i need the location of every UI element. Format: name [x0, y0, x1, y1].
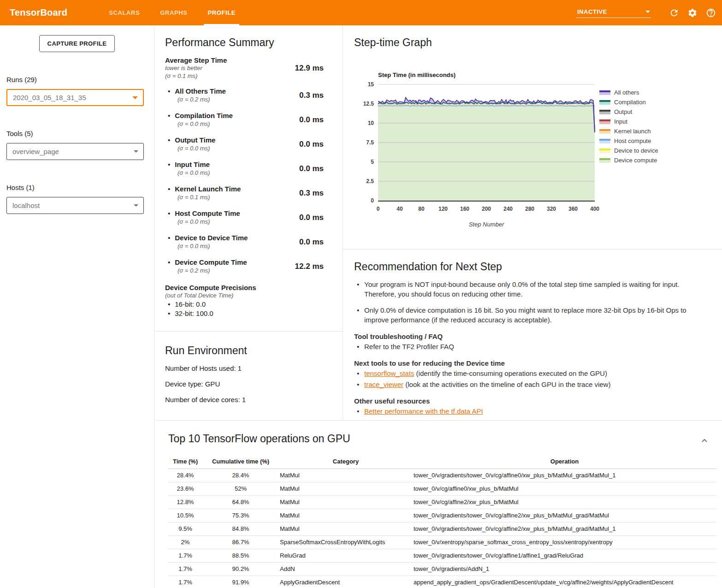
recommendation-bullet: Only 0.0% of device computation is 16 bi…: [354, 305, 704, 325]
status-select-value: INACTIVE: [577, 8, 607, 15]
next-tool-item: tensorflow_stats (identify the time-cons…: [354, 368, 704, 378]
svg-text:10: 10: [368, 120, 374, 126]
performance-summary-card: Performance Summary Average Step Time lo…: [154, 25, 343, 331]
help-button[interactable]: [705, 7, 716, 18]
col-category: Category: [279, 454, 413, 469]
bullet: •: [168, 209, 170, 217]
svg-text:400: 400: [590, 206, 599, 212]
perf-metric-value: 0.0 ms: [292, 140, 343, 149]
table-row[interactable]: 12.8% 64.8% MatMul tower_0/v/cg/affine2/…: [168, 495, 716, 509]
recommendation-bullets: Your program is NOT input-bound because …: [354, 279, 704, 325]
perf-metric-label: Device Compute Time: [175, 258, 247, 266]
recommendation-title: Recommendation for Next Step: [354, 261, 704, 273]
app-header: TensorBoard SCALARS GRAPHS PROFILE INACT…: [0, 0, 722, 25]
top-ops-card: Top 10 TensorFlow operations on GPU Time…: [154, 420, 722, 588]
cell-category: MatMul: [279, 509, 413, 522]
perf-metric-sigma: (σ = 0.2 ms): [168, 267, 292, 275]
svg-text:2.5: 2.5: [366, 178, 374, 184]
perf-metric-sigma: (σ = 0.2 ms): [168, 95, 292, 104]
perf-metric-value: 0.0 ms: [292, 115, 343, 125]
capture-profile-button[interactable]: CAPTURE PROFILE: [39, 35, 115, 52]
cell-time: 2%: [168, 535, 202, 549]
cell-cumulative: 86.7%: [202, 535, 279, 549]
perf-metric-sigma: (σ = 0.0 ms): [168, 218, 292, 226]
faq-header: Tool troubleshooting / FAQ: [354, 333, 704, 340]
faq-list: Refer to the TF2 Profiler FAQ: [354, 342, 704, 351]
run-env-line: Number of device cores: 1: [165, 396, 343, 404]
avg-step-time-sigma: (σ = 0.1 ms): [165, 72, 292, 80]
next-tools-list: tensorflow_stats (identify the time-cons…: [354, 368, 704, 389]
cell-cumulative: 91.9%: [202, 576, 279, 588]
perf-metric-sigma: (σ = 0.0 ms): [168, 120, 292, 128]
cell-category: MatMul: [279, 495, 413, 509]
next-tool-desc: (identify the time-consuming operations …: [414, 369, 607, 377]
precision-16bit: •16-bit: 0.0: [165, 300, 343, 309]
legend-label: All others: [614, 89, 639, 96]
svg-text:15: 15: [368, 81, 374, 88]
tab-profile[interactable]: PROFILE: [197, 0, 246, 25]
bullet: •: [168, 160, 170, 168]
trace-viewer-link[interactable]: trace_viewer: [364, 380, 403, 388]
table-row[interactable]: 9.5% 84.8% MatMul tower_0/v/gradients/to…: [168, 522, 716, 535]
perf-metric: •Device to Device Time (σ = 0.0 ms) 0.0 …: [165, 234, 343, 250]
tools-select[interactable]: overview_page: [6, 143, 144, 160]
cell-time: 28.4%: [168, 469, 202, 482]
perf-metric-list: •All Others Time (σ = 0.2 ms) 0.3 ms •Co…: [165, 87, 343, 275]
col-operation: Operation: [413, 454, 716, 469]
tab-scalars[interactable]: SCALARS: [99, 0, 150, 25]
perf-metric-label: Compilation Time: [175, 112, 233, 119]
faq-item: Refer to the TF2 Profiler FAQ: [354, 342, 704, 351]
status-select[interactable]: INACTIVE: [576, 7, 651, 18]
table-row[interactable]: 23.6% 52% MatMul tower_0/v/cg/affine0/xw…: [168, 482, 716, 495]
cell-operation: tower_0/v/xentropy/sparse_softmax_cross_…: [413, 535, 716, 549]
step-time-chart[interactable]: 02.557.51012.515040801201602002402803203…: [360, 66, 618, 230]
bullet: •: [168, 136, 170, 144]
perf-metric-sigma: (σ = 0.0 ms): [168, 242, 292, 250]
bullet: •: [168, 258, 170, 266]
runs-select[interactable]: 2020_03_05_18_31_35: [6, 89, 144, 106]
chevron-down-icon: [134, 204, 138, 207]
run-env-line: Device type: GPU: [165, 380, 343, 388]
col-cumulative: Cumulative time (%): [202, 454, 279, 469]
svg-text:320: 320: [547, 206, 556, 212]
hosts-select[interactable]: localhost: [6, 197, 144, 214]
reload-icon: [669, 8, 679, 18]
nav-tabs: SCALARS GRAPHS PROFILE: [99, 0, 246, 25]
cell-cumulative: 90.2%: [202, 562, 279, 576]
top-ops-table: Time (%) Cumulative time (%) Category Op…: [168, 454, 716, 588]
resource-item: Better performance with the tf.data API: [354, 406, 704, 416]
svg-text:160: 160: [460, 206, 469, 212]
settings-button[interactable]: [687, 7, 698, 18]
perf-metric-value: 0.3 ms: [292, 91, 343, 100]
legend-item: Kernel launch: [599, 126, 658, 136]
legend-swatch-icon: [599, 139, 610, 143]
chevron-down-icon: [132, 96, 138, 99]
table-row[interactable]: 1.7% 91.9% ApplyGradientDescent append_a…: [168, 576, 716, 588]
runs-label: Runs (29): [6, 76, 144, 83]
resources-list: Better performance with the tf.data API: [354, 406, 704, 416]
perf-metric-sigma: (σ = 0.0 ms): [168, 144, 292, 153]
tensorflow-stats-link[interactable]: tensorflow_stats: [364, 369, 414, 377]
cell-cumulative: 88.5%: [202, 549, 279, 562]
perf-metric-value: 12.2 ms: [292, 262, 343, 271]
perf-metric-sigma: (σ = 0.0 ms): [168, 169, 292, 177]
header-actions: INACTIVE: [576, 0, 716, 25]
legend-item: Device to device: [599, 146, 658, 155]
table-row[interactable]: 10.5% 75.3% MatMul tower_0/v/gradients/t…: [168, 509, 716, 522]
perf-metric-value: 0.0 ms: [292, 164, 343, 173]
reload-button[interactable]: [669, 7, 680, 18]
chevron-down-icon: [645, 11, 650, 13]
tfdata-performance-link[interactable]: Better performance with the tf.data API: [364, 407, 483, 415]
svg-text:12.5: 12.5: [363, 101, 374, 107]
cell-category: ReluGrad: [279, 549, 413, 562]
legend-label: Kernel launch: [614, 128, 651, 135]
svg-text:240: 240: [503, 206, 513, 212]
collapse-section-button[interactable]: [699, 435, 710, 446]
perf-metric-label: Kernel Launch Time: [175, 185, 241, 193]
tab-graphs[interactable]: GRAPHS: [150, 0, 197, 25]
table-row[interactable]: 28.4% 28.4% MatMul tower_0/v/gradients/t…: [168, 469, 716, 482]
table-row[interactable]: 2% 86.7% SparseSoftmaxCrossEntropyWithLo…: [168, 535, 716, 549]
table-row[interactable]: 1.7% 88.5% ReluGrad tower_0/v/gradients/…: [168, 549, 716, 562]
table-row[interactable]: 1.7% 90.2% AddN tower_0/v/gradients/AddN…: [168, 562, 716, 576]
legend-item: Device compute: [599, 155, 658, 165]
